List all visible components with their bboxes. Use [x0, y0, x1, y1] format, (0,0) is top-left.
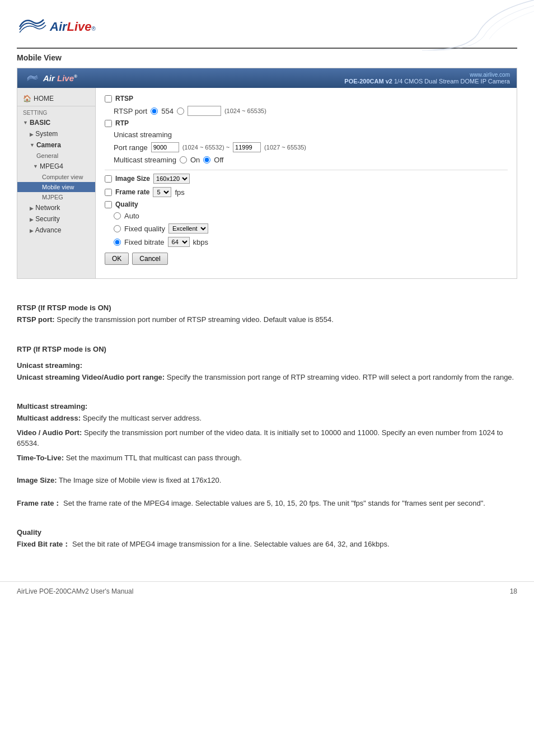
fixed-quality-select[interactable]: Excellent: [168, 223, 208, 234]
panel-product-desc: 1/4 CMOS Dual Stream DOME IP Camera: [394, 78, 510, 85]
fixed-bitrate-select[interactable]: 64: [168, 237, 190, 247]
logo-icon: [17, 11, 48, 42]
multicast-on-radio[interactable]: [180, 156, 187, 164]
multicast-row: Multicast streaming On Off: [114, 156, 508, 164]
multicast-address-term: Multicast address:: [17, 414, 81, 422]
panel-logo-text: Air Live®: [43, 73, 77, 83]
image-size-label[interactable]: Image Size: [115, 175, 150, 183]
rtsp-port-doc-title: RTSP port:: [17, 315, 55, 324]
auto-radio[interactable]: [114, 212, 121, 220]
rtsp-port-radio1[interactable]: [151, 108, 158, 115]
logo-reg-text: ®: [92, 26, 96, 32]
sidebar-item-general[interactable]: General: [17, 151, 95, 161]
footer: AirLive POE-200CAMv2 User's Manual 18: [0, 581, 534, 601]
advance-arrow-icon: ▶: [30, 228, 34, 234]
fixed-quality-label: Fixed quality: [124, 225, 165, 233]
image-size-select[interactable]: 160x120: [153, 174, 190, 184]
unicast-doc-desc: Specify the transmission port range of R…: [167, 373, 514, 381]
sidebar-item-computer-view[interactable]: Computer view: [17, 172, 95, 182]
panel-logo-icon: [24, 72, 41, 85]
header: Air Live ®: [0, 0, 534, 48]
main-form: RTSP RTSP port 554 (1024 ~ 65535) RTP Un…: [96, 88, 517, 278]
rtsp-port-value-text: 554: [161, 107, 174, 115]
home-icon: 🏠: [23, 95, 31, 102]
fixed-quality-radio[interactable]: [114, 225, 121, 232]
fixed-bitrate-doc: Fixed Bit rate： Set the bit rate of MPEG…: [17, 539, 517, 550]
sidebar-item-mjpeg[interactable]: MJPEG: [17, 192, 95, 202]
multicast-off-radio[interactable]: [203, 156, 210, 164]
mpeg4-arrow-icon: ▼: [33, 164, 38, 169]
fixed-bitrate-radio[interactable]: [114, 239, 121, 246]
sidebar-item-home[interactable]: 🏠 HOME: [17, 92, 95, 106]
sidebar-general-label: General: [36, 152, 58, 159]
sidebar-system-label: System: [35, 130, 58, 138]
sidebar-camera-label: Camera: [36, 141, 61, 149]
panel-live: Live: [57, 73, 74, 83]
ttl-term: Time-To-Live:: [17, 454, 64, 462]
rtsp-port-radio2[interactable]: [177, 108, 184, 115]
rtsp-label[interactable]: RTSP: [115, 95, 133, 102]
fixed-bitrate-row: Fixed bitrate 64 kbps: [114, 237, 508, 247]
sidebar-advance-label: Advance: [35, 226, 62, 234]
divider1: [105, 170, 508, 170]
rtsp-checkbox[interactable]: [105, 95, 112, 102]
rtsp-port-input[interactable]: [188, 106, 221, 116]
sidebar-basic-group[interactable]: ▼ BASIC: [17, 117, 95, 128]
ok-button[interactable]: OK: [105, 253, 129, 265]
panel-product-name: POE-200CAM v2: [344, 78, 392, 85]
panel-header: Air Live® www.airlive.com POE-200CAM v2 …: [17, 68, 517, 88]
panel-body: 🏠 HOME SETTING ▼ BASIC ▶ System ▼ Camera: [17, 88, 517, 278]
frame-rate-checkbox[interactable]: [105, 189, 112, 196]
quality-label[interactable]: Quality: [115, 200, 138, 208]
cancel-button[interactable]: Cancel: [132, 253, 167, 265]
network-arrow-icon: ▶: [30, 206, 34, 211]
frame-rate-label[interactable]: Frame rate: [115, 188, 149, 196]
unicast-label: Unicast streaming: [114, 130, 172, 139]
port-range-input1[interactable]: [151, 142, 179, 152]
button-row: OK Cancel: [105, 253, 508, 265]
unicast-label-row: Unicast streaming: [114, 130, 508, 139]
header-decoration: [377, 0, 534, 50]
multicast-address-desc: Specify the multicast server address.: [83, 414, 202, 422]
rtp-checkbox[interactable]: [105, 120, 112, 127]
rtp-label[interactable]: RTP: [115, 119, 129, 127]
logo-live-text: Live: [67, 20, 92, 34]
auto-label: Auto: [124, 212, 139, 220]
sidebar-camera-group[interactable]: ▼ Camera: [17, 139, 95, 151]
rtsp-port-range: (1024 ~ 65535): [224, 108, 266, 114]
sidebar-mpeg4-label: MPEG4: [40, 162, 63, 170]
quality-checkbox[interactable]: [105, 201, 112, 208]
panel-air: Air: [43, 73, 57, 83]
section-title: Mobile View: [17, 53, 517, 62]
frame-rate-term: Frame rate：: [17, 499, 61, 507]
rtp-doc-title: RTP (If RTSP mode is ON): [17, 345, 517, 353]
frame-rate-desc: Set the frame rate of the MPEG4 image. S…: [63, 499, 485, 507]
video-audio-term: Video / Audio Port:: [17, 428, 82, 437]
video-audio-desc: Specify the transmission port number of …: [17, 428, 503, 448]
sidebar-item-security[interactable]: ▶ Security: [17, 213, 95, 225]
image-size-checkbox[interactable]: [105, 175, 112, 183]
rtsp-port-doc: RTSP port: Specify the transmission port…: [17, 314, 517, 325]
rtsp-port-text: RTSP port: [114, 107, 147, 115]
security-arrow-icon: ▶: [30, 217, 34, 222]
sidebar-item-network[interactable]: ▶ Network: [17, 202, 95, 213]
fixed-bitrate-desc: Set the bit rate of MPEG4 image transmis…: [72, 540, 390, 548]
frame-rate-unit: fps: [175, 188, 184, 197]
rtsp-doc-title: RTSP (If RTSP mode is ON): [17, 304, 517, 312]
footer-manual-label: AirLive POE-200CAMv2 User's Manual: [17, 587, 133, 595]
frame-rate-select[interactable]: 5: [153, 187, 171, 197]
sidebar-item-advance[interactable]: ▶ Advance: [17, 225, 95, 236]
port-range-range1: (1024 ~ 65532) ~: [182, 144, 229, 151]
sidebar-network-label: Network: [35, 204, 60, 212]
video-audio-doc: Video / Audio Port: Specify the transmis…: [17, 427, 517, 449]
unicast-doc-title: Unicast streaming:: [17, 361, 517, 370]
sidebar-item-mobile-view[interactable]: Mobile view: [17, 182, 95, 192]
multicast-off-label: Off: [214, 156, 223, 164]
image-size-row: Image Size 160x120: [105, 174, 508, 184]
rtp-row: RTP: [105, 119, 508, 127]
frame-rate-doc: Frame rate： Set the frame rate of the MP…: [17, 498, 517, 509]
sidebar-mpeg4-group[interactable]: ▼ MPEG4: [17, 161, 95, 172]
system-arrow-icon: ▶: [30, 132, 34, 137]
sidebar-item-system[interactable]: ▶ System: [17, 128, 95, 139]
port-range-input2[interactable]: [233, 142, 261, 152]
